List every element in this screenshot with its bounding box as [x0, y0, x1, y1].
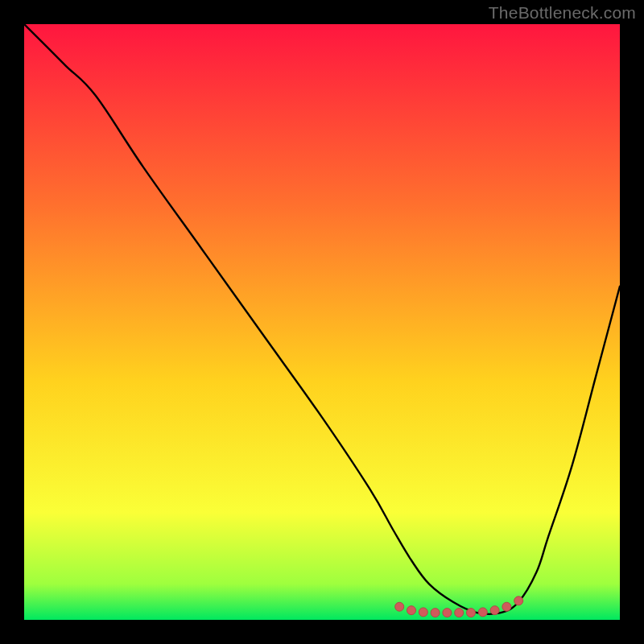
marker-dot	[395, 602, 404, 611]
marker-dot	[455, 609, 464, 617]
marker-dot	[478, 608, 487, 617]
marker-dot	[490, 606, 499, 615]
marker-dot	[502, 602, 511, 611]
gradient-background	[24, 24, 620, 620]
plot-svg	[24, 24, 620, 620]
watermark-text: TheBottleneck.com	[489, 3, 636, 23]
chart-frame: TheBottleneck.com	[0, 0, 644, 644]
marker-dot	[407, 606, 416, 615]
marker-dot	[467, 609, 476, 617]
marker-dot	[443, 609, 452, 617]
marker-dot	[514, 597, 523, 605]
marker-dot	[419, 608, 427, 617]
marker-dot	[431, 609, 440, 617]
plot-area	[24, 24, 620, 620]
